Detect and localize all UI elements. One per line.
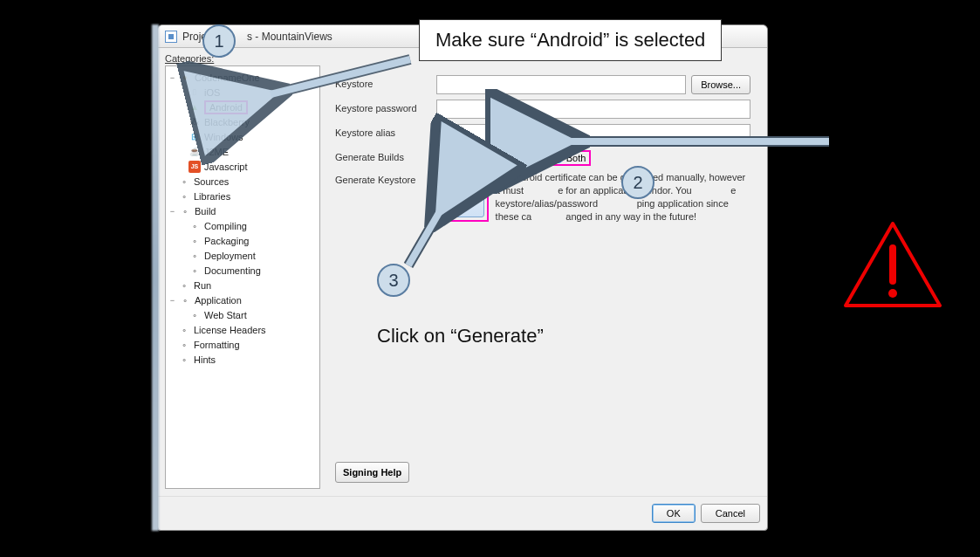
apple-icon: : [188, 86, 201, 99]
window-edge-blur: [152, 24, 159, 531]
bullet-icon: ∘: [178, 190, 190, 203]
tree-item-build[interactable]: − ∘ Build: [168, 203, 318, 218]
builds-radio-group: Debug Release Both: [436, 148, 591, 166]
js-icon: JS: [188, 161, 201, 173]
main-row: − ● CodenameOne  iOS ▲ Android ⁂: [165, 65, 760, 489]
bullet-icon: ∘: [178, 175, 190, 188]
collapse-icon[interactable]: −: [168, 206, 177, 216]
warning-icon: [840, 218, 945, 314]
tree-item-libraries[interactable]: ∘ Libraries: [168, 189, 318, 203]
tree-item-documenting[interactable]: ∘Documenting: [168, 263, 318, 278]
tree-item-compiling[interactable]: ∘Compiling: [168, 218, 318, 233]
badge-3: 3: [377, 264, 410, 297]
tree-item-packaging[interactable]: ∘Packaging: [168, 233, 318, 248]
windows-icon: ⊞: [188, 131, 201, 143]
java-icon: ☕: [188, 146, 201, 158]
arrow-to-both: [559, 133, 838, 150]
tree-item-licenseheaders[interactable]: ∘License Headers: [168, 322, 318, 337]
gen-wrapper: Gene... An Android certificate can be ge…: [435, 171, 750, 223]
tree-item-webstart[interactable]: ∘Web Start: [168, 307, 318, 322]
tree-item-sources[interactable]: ∘ Sources: [168, 174, 318, 189]
svg-line-1: [271, 59, 410, 94]
badge-1: 1: [202, 24, 236, 58]
bullet-icon: ∘: [178, 279, 190, 292]
categories-tree[interactable]: − ● CodenameOne  iOS ▲ Android ⁂: [165, 65, 320, 489]
password-input[interactable]: [436, 100, 750, 119]
arrow-to-generate: [401, 203, 454, 272]
bullet-icon: ∘: [178, 324, 190, 336]
tree-item-hints[interactable]: ∘Hints: [168, 352, 318, 367]
tree-item-windows[interactable]: ⊞ Windows: [168, 129, 318, 144]
genkeystore-row: Generate Keystore Gene... An Android cer…: [335, 171, 750, 223]
ok-button[interactable]: OK: [652, 504, 696, 523]
callout-android-selected: Make sure “Android” is selected: [419, 19, 722, 61]
both-radio-highlight: Both: [549, 150, 592, 166]
debug-radio[interactable]: Debug: [436, 153, 478, 164]
badge-2: 2: [621, 166, 654, 199]
release-radio[interactable]: Release: [489, 153, 538, 164]
dialog-footer: OK Cancel: [158, 496, 767, 530]
bullet-icon: ∘: [188, 309, 201, 321]
collapse-icon[interactable]: −: [168, 72, 177, 82]
builds-label: Generate Builds: [335, 148, 436, 162]
title-suffix: s - MountainViews: [247, 31, 332, 43]
bullet-icon: ∘: [188, 250, 201, 262]
collapse-icon[interactable]: −: [168, 295, 177, 305]
keystore-input[interactable]: [436, 75, 686, 94]
bullet-icon: ∘: [188, 235, 201, 247]
bullet-icon: ∘: [178, 354, 190, 366]
project-icon: [165, 31, 177, 43]
bullet-icon: ∘: [178, 339, 190, 351]
genkeystore-label: Generate Keystore: [335, 171, 435, 185]
bullet-icon: ∘: [179, 294, 191, 306]
android-label: Android: [204, 100, 248, 114]
tree-item-javascript[interactable]: JS Javascript: [168, 159, 318, 174]
tree-item-deployment[interactable]: ∘Deployment: [168, 248, 318, 263]
tree-item-application[interactable]: −∘Application: [168, 292, 318, 307]
bullet-icon: ∘: [188, 220, 201, 232]
cancel-button[interactable]: Cancel: [701, 504, 760, 523]
builds-row: Generate Builds Debug Release Both: [335, 148, 750, 166]
arrow-to-android: [244, 52, 419, 105]
tree-item-blackberry[interactable]: ⁂ Blackberry: [168, 114, 318, 129]
signing-help-button[interactable]: Signing Help: [335, 462, 409, 483]
bullet-icon: ∘: [188, 265, 201, 277]
both-radio[interactable]: Both: [552, 152, 586, 163]
dialog-body: Categories: − ● CodenameOne  iOS ▲: [158, 48, 767, 496]
android-icon: ▲: [188, 101, 201, 113]
svg-point-7: [888, 289, 897, 298]
tree-item-j2me[interactable]: ☕ J2ME: [168, 144, 318, 159]
signing-help-row: Signing Help: [335, 462, 750, 483]
svg-line-5: [408, 211, 440, 265]
bullet-icon: ∘: [179, 205, 191, 217]
blackberry-icon: ⁂: [188, 116, 201, 128]
tree-item-formatting[interactable]: ∘Formatting: [168, 337, 318, 352]
tree-item-run[interactable]: ∘Run: [168, 278, 318, 292]
instruction-click-generate: Click on “Generate”: [377, 325, 544, 347]
codename-icon: ●: [179, 72, 191, 84]
browse-button[interactable]: Browse...: [691, 75, 750, 94]
alias-label: Keystore alias: [335, 124, 436, 138]
